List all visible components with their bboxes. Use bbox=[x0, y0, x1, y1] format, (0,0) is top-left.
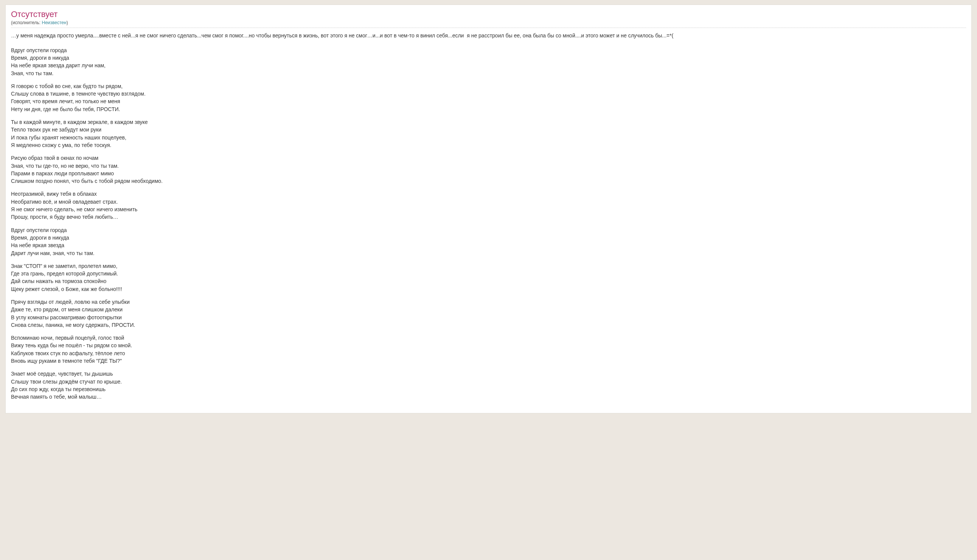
stanza: Вдруг опустели города Время, дороги в ни… bbox=[11, 47, 966, 77]
stanza: Вдруг опустели города Время, дороги в ни… bbox=[11, 226, 966, 257]
performer-link[interactable]: Неизвестен bbox=[42, 20, 67, 25]
stanza: Рисую образ твой в окнах по ночам Зная, … bbox=[11, 154, 966, 185]
song-title: Отсутствует bbox=[11, 10, 966, 19]
performer-line: (исполнитель: Неизвестен) bbox=[11, 20, 966, 25]
intro-paragraph: …у меня надежда просто умерла....вместе … bbox=[11, 32, 966, 39]
stanza: Знак "СТОП" я не заметил, пролетел мимо,… bbox=[11, 262, 966, 293]
stanza: Ты в каждой минуте, в каждом зеркале, в … bbox=[11, 118, 966, 149]
performer-prefix: (исполнитель: bbox=[11, 20, 42, 25]
document-page: Отсутствует (исполнитель: Неизвестен) …у… bbox=[5, 5, 972, 413]
stanza: Прячу взгляды от людей, ловлю на себе ул… bbox=[11, 298, 966, 329]
stanza: Неотразимой, вижу тебя в облаках Необрат… bbox=[11, 190, 966, 221]
document-body: …у меня надежда просто умерла....вместе … bbox=[11, 32, 966, 400]
divider bbox=[11, 28, 966, 28]
stanza: Вспоминаю ночи, первый поцелуй, голос тв… bbox=[11, 334, 966, 365]
stanza: Знает моё сердце, чувствует, ты дышишь С… bbox=[11, 370, 966, 400]
lyrics: Вдруг опустели города Время, дороги в ни… bbox=[11, 47, 966, 401]
performer-suffix: ) bbox=[67, 20, 68, 25]
stanza: Я говорю с тобой во сне, как будто ты ря… bbox=[11, 82, 966, 113]
